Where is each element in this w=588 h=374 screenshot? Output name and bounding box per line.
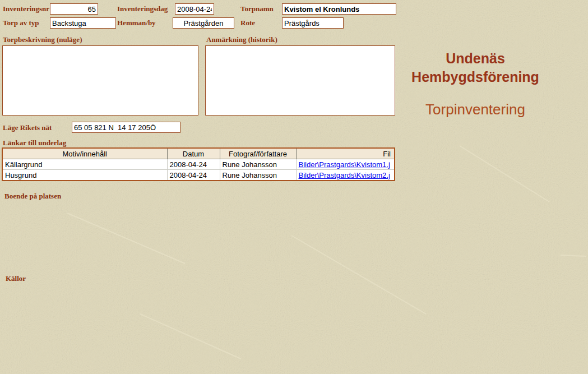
app-title: Torpinventering xyxy=(392,101,558,118)
table-header-row: Motiv/innehåll Datum Fotograf/författare… xyxy=(2,148,395,159)
anmarkning-textarea[interactable] xyxy=(205,45,395,116)
col-header-fil: Fil xyxy=(296,148,395,159)
col-header-datum: Datum xyxy=(167,148,220,159)
org-title: Undenäs Hembygdsförening xyxy=(392,49,558,86)
org-name-line2: Hembygdsförening xyxy=(392,68,558,86)
cell-datum: 2008-04-24 xyxy=(167,170,220,181)
file-link[interactable]: Bilder\Prastgards\Kvistom2.j xyxy=(299,171,390,179)
rote-label: Rote xyxy=(240,19,255,27)
kallor-label: Källor xyxy=(6,274,26,283)
cell-fil: Bilder\Prastgards\Kvistom1.j xyxy=(296,159,395,170)
cell-fil: Bilder\Prastgards\Kvistom2.j xyxy=(296,170,395,181)
inventeringsdag-input[interactable] xyxy=(175,3,214,15)
lage-rikets-nat-label: Läge Rikets nät xyxy=(3,123,52,132)
lage-rikets-nat-input[interactable] xyxy=(72,122,180,133)
inventeringsnr-label: Inventeringsnr xyxy=(3,4,49,13)
torpnamn-input[interactable] xyxy=(282,3,396,15)
underlag-table: Motiv/innehåll Datum Fotograf/författare… xyxy=(2,147,395,181)
hemman-by-label: Hemman/by xyxy=(117,19,156,27)
boende-pa-platsen-label: Boende på platsen xyxy=(4,192,61,201)
torpinventering-form: Inventeringsnr Inventeringsdag Torpnamn … xyxy=(0,0,588,374)
cell-motiv: Husgrund xyxy=(2,170,167,181)
cell-fotograf: Rune Johansson xyxy=(220,170,296,181)
file-link[interactable]: Bilder\Prastgards\Kvistom1.j xyxy=(299,160,390,169)
cell-datum: 2008-04-24 xyxy=(167,159,220,170)
cell-fotograf: Rune Johansson xyxy=(220,159,296,170)
col-header-fotograf: Fotograf/författare xyxy=(220,148,296,159)
torpnamn-label: Torpnamn xyxy=(240,4,274,13)
col-header-motiv: Motiv/innehåll xyxy=(2,148,167,159)
table-row: Husgrund 2008-04-24 Rune Johansson Bilde… xyxy=(2,170,395,181)
lankar-till-underlag-label: Länkar till underlag xyxy=(3,138,66,147)
rote-input[interactable] xyxy=(282,17,344,29)
torp-av-typ-label: Torp av typ xyxy=(3,19,39,27)
hemman-by-input[interactable] xyxy=(173,17,234,29)
torpbeskrivning-textarea[interactable] xyxy=(2,45,198,116)
table-row: Källargrund 2008-04-24 Rune Johansson Bi… xyxy=(2,159,395,170)
cell-motiv: Källargrund xyxy=(2,159,167,170)
inventeringsnr-input[interactable] xyxy=(50,3,98,15)
torpbeskrivning-label: Torpbeskrivning (nuläge) xyxy=(3,35,82,44)
org-name-line1: Undenäs xyxy=(392,49,558,68)
torp-av-typ-input[interactable] xyxy=(50,17,116,29)
inventeringsdag-label: Inventeringsdag xyxy=(117,4,168,13)
anmarkning-label: Anmärkning (historik) xyxy=(206,35,277,44)
